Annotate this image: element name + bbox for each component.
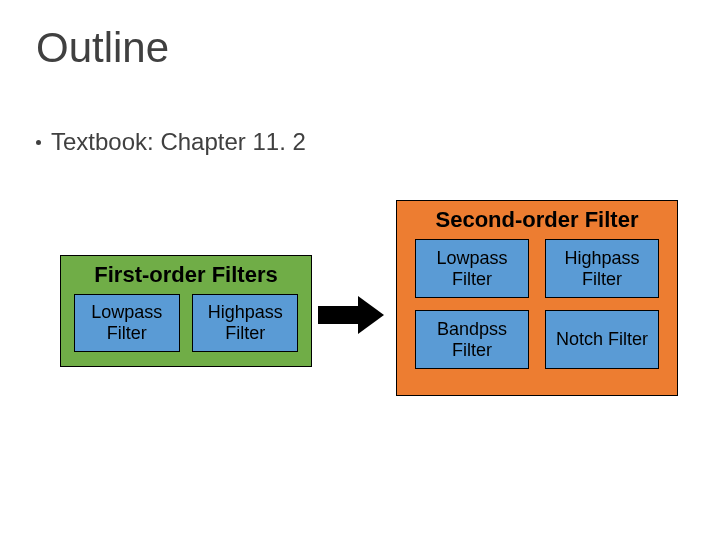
slide: Outline Textbook: Chapter 11. 2 First-or… — [0, 0, 720, 540]
second-order-title: Second-order Filter — [397, 207, 677, 233]
bullet-row: Textbook: Chapter 11. 2 — [36, 128, 306, 156]
page-title: Outline — [36, 24, 169, 72]
first-order-row: Lowpass Filter Highpass Filter — [61, 294, 311, 352]
second-notch: Notch Filter — [545, 310, 659, 369]
second-highpass: Highpass Filter — [545, 239, 659, 298]
first-lowpass: Lowpass Filter — [74, 294, 180, 352]
first-highpass: Highpass Filter — [192, 294, 298, 352]
second-order-box: Second-order Filter Lowpass Filter Highp… — [396, 200, 678, 396]
bullet-dot-icon — [36, 140, 41, 145]
second-lowpass: Lowpass Filter — [415, 239, 529, 298]
arrow-icon — [318, 296, 384, 334]
first-order-box: First-order Filters Lowpass Filter Highp… — [60, 255, 312, 367]
second-order-grid: Lowpass Filter Highpass Filter Bandpss F… — [397, 233, 677, 383]
second-bandpass: Bandpss Filter — [415, 310, 529, 369]
first-order-title: First-order Filters — [61, 262, 311, 288]
bullet-text: Textbook: Chapter 11. 2 — [51, 128, 306, 156]
